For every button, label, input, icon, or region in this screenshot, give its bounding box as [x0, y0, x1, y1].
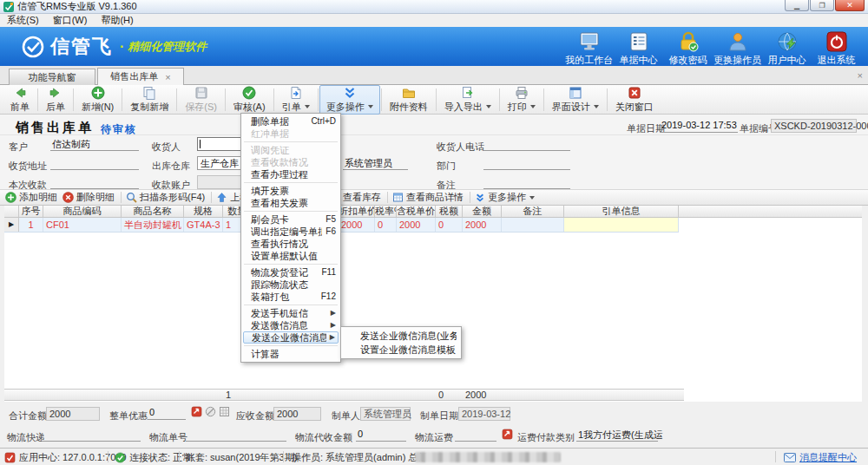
discount-detail-icon[interactable] — [219, 406, 230, 417]
detail-查看商品详情-button[interactable]: 查看商品详情 — [392, 191, 464, 204]
tab-close-icon[interactable]: × — [165, 72, 170, 82]
toolbar-add-button[interactable]: 新增(N) — [75, 85, 121, 115]
tracking-no-field[interactable] — [186, 429, 286, 442]
column-header-9[interactable]: 含税单价 — [397, 206, 436, 217]
detail-删除明细-button[interactable]: 删除明细 — [62, 191, 115, 204]
detail-查看库存-button[interactable]: 查看库存 — [343, 191, 381, 204]
cell-10[interactable]: 0 — [436, 218, 463, 232]
menu-item-1[interactable]: 窗口(W) — [46, 14, 95, 27]
detail-添加明细-button[interactable]: 添加明细 — [5, 191, 57, 204]
column-header-13[interactable]: 引单信息 — [564, 206, 679, 217]
freight-apply-icon[interactable] — [502, 429, 513, 440]
column-header-3[interactable]: 规格 — [184, 206, 223, 217]
menu-item-10[interactable]: 刷会员卡F5 — [241, 213, 340, 226]
header-action-doccenter[interactable]: 单据中心 — [614, 29, 663, 67]
menu-item-16[interactable]: 跟踪物流状态 — [241, 278, 340, 291]
toolbar-save-button[interactable]: 保存(S) — [178, 85, 224, 115]
header-action-globe[interactable]: 用户中心 — [762, 29, 812, 67]
detail-扫描条形码(F4)-button[interactable]: 扫描条形码(F4) — [126, 191, 205, 204]
toolbar-label: 打印 — [508, 101, 536, 114]
menu-item-12[interactable]: 查看执行情况 — [241, 238, 340, 250]
customer-field[interactable]: 信达制药 — [50, 138, 139, 151]
cell-3[interactable]: GT4A-3 — [184, 218, 223, 232]
menu-item-3[interactable]: 调阅凭证 — [241, 144, 340, 156]
table-row[interactable]: ▶1CF01半自动封罐机GT4A-3120000200002000 — [4, 218, 679, 232]
cod-field[interactable]: 0 — [356, 429, 406, 442]
toolbar-audit-button[interactable]: 审核(A) — [227, 85, 273, 115]
cell-13[interactable] — [564, 218, 679, 232]
cell-8[interactable]: 0 — [375, 218, 397, 232]
menu-item-19[interactable]: 发送手机短信▶ — [241, 307, 340, 319]
restore-button[interactable]: ❐ — [810, 0, 834, 11]
cell-11[interactable]: 2000 — [463, 218, 502, 232]
order-discount-field[interactable]: 0 — [148, 407, 186, 420]
cell-1[interactable]: CF01 — [43, 218, 122, 232]
header-action-person[interactable]: 更换操作员 — [713, 29, 762, 67]
express-field[interactable] — [42, 429, 141, 442]
cell-9[interactable]: 2000 — [397, 218, 436, 232]
menu-item-4[interactable]: 查看收款情况 — [241, 156, 340, 168]
close-button[interactable]: ✕ — [835, 0, 865, 11]
toolbar-more-button[interactable]: 更多操作 — [319, 85, 380, 115]
column-header-12[interactable]: 备注 — [502, 206, 564, 217]
menu-item-20[interactable]: 发送微信消息▶ — [241, 319, 340, 331]
toolbar-closewin-button[interactable]: 关闭窗口 — [608, 85, 661, 115]
column-header-8[interactable]: 税率% — [375, 206, 397, 217]
header-action-power[interactable]: 退出系统 — [812, 29, 861, 67]
message-center[interactable]: 消息提醒中心 — [784, 451, 857, 463]
column-header-10[interactable]: 税额 — [436, 206, 463, 217]
menu-item-21[interactable]: 发送企业微信消息▶ — [243, 331, 339, 344]
submenu-item-0[interactable]: 发送企业微信消息(业务员) — [341, 329, 461, 343]
column-header-11[interactable]: 金额 — [463, 206, 502, 217]
submenu-item-1[interactable]: 设置企业微信消息模板 — [341, 343, 461, 357]
menu-item-8[interactable]: 查看相关发票 — [241, 197, 340, 209]
freight-type-link[interactable]: 1我方付运费(生成运 — [576, 429, 658, 442]
discount-apply-icon[interactable] — [191, 406, 202, 417]
remark-field[interactable] — [483, 176, 570, 189]
tabstrip-close-icon[interactable]: × — [858, 70, 863, 81]
menu-separator — [244, 182, 338, 183]
address-field[interactable] — [50, 157, 139, 170]
header-action-lock[interactable]: 修改密码 — [663, 29, 713, 67]
menu-item-5[interactable]: 查看办理过程 — [241, 168, 340, 180]
header-action-monitor[interactable]: 我的工作台 — [564, 29, 614, 67]
menu-item-11[interactable]: 调出指定编号单据F6 — [241, 226, 340, 238]
column-header-0[interactable]: 序号 — [19, 206, 43, 217]
toolbar-print-button[interactable]: 打印 — [501, 85, 542, 115]
cell-12[interactable] — [502, 218, 564, 232]
menu-item-7[interactable]: 填开发票 — [241, 185, 340, 197]
toolbar-design-button[interactable]: 界面设计 — [545, 85, 606, 115]
message-center-link[interactable]: 消息提醒中心 — [799, 451, 857, 464]
toolbar-copy-button[interactable]: 复制新增 — [123, 85, 175, 115]
toolbar-impexp-button[interactable]: 导入导出 — [437, 85, 498, 115]
menu-item-0[interactable]: 删除单据Ctrl+D — [241, 115, 340, 128]
toolbar-prev-button[interactable]: 前单 — [3, 85, 36, 115]
toolbar-next-button[interactable]: 后单 — [39, 85, 72, 115]
freight-field[interactable] — [455, 429, 496, 442]
payment-field[interactable] — [50, 176, 139, 189]
cell-0[interactable]: 1 — [19, 218, 43, 232]
minimize-button[interactable]: ▁ — [785, 0, 809, 11]
menu-item-13[interactable]: 设置单据默认值 — [241, 250, 340, 262]
toolbar-attach-button[interactable]: 附件资料 — [383, 85, 435, 115]
menu-item-17[interactable]: 装箱打包F12 — [241, 291, 340, 303]
column-header-1[interactable]: 商品编码 — [43, 206, 122, 217]
salesman-field[interactable]: 系统管理员 — [343, 157, 408, 170]
cell-2[interactable]: 半自动封罐机 — [122, 218, 184, 232]
detail-更多操作-button[interactable]: 更多操作 — [475, 191, 535, 204]
menu-item-23[interactable]: 计算器 — [241, 348, 340, 360]
menu-item-1[interactable]: 红冲单据 — [241, 128, 340, 140]
tab-nav-panel[interactable]: 功能导航窗 — [9, 69, 95, 85]
column-header-7[interactable]: 折扣单价 — [339, 206, 375, 217]
department-field[interactable] — [483, 157, 570, 170]
menu-item-2[interactable]: 帮助(H) — [94, 14, 140, 27]
tab-sales-outbound[interactable]: 销售出库单× — [97, 68, 184, 85]
menu-item-15[interactable]: 物流发货登记F11 — [241, 266, 340, 278]
phone-field[interactable] — [483, 138, 570, 151]
toolbar-pull-button[interactable]: 引单 — [275, 85, 317, 115]
menu-item-0[interactable]: 系统(S) — [0, 14, 46, 27]
discount-clear-icon[interactable] — [205, 406, 216, 417]
cell-7[interactable]: 2000 — [339, 218, 375, 232]
doc-date-field[interactable]: 2019-03-12 17:53 — [660, 120, 738, 133]
column-header-2[interactable]: 商品名称 — [122, 206, 184, 217]
